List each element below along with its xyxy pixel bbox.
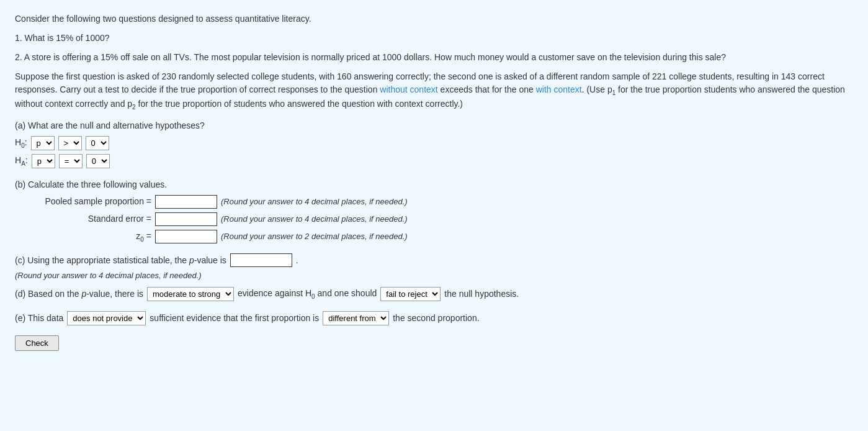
ha-row: HA: p = > < ≠ ≥ ≤ 0 1 (15, 154, 853, 168)
pvalue-label-before: (c) Using the appropriate statistical ta… (15, 254, 226, 267)
direction-select[interactable]: different from greater than less than eq… (323, 311, 389, 325)
pooled-input[interactable] (155, 195, 217, 209)
ha-label: HA: (15, 154, 28, 168)
null-hyp-label: the null hypothesis. (444, 288, 519, 301)
ha-value-select[interactable]: 0 1 (86, 154, 110, 168)
provide-select[interactable]: does not provide provides (67, 311, 146, 325)
question2: 2. A store is offering a 15% off sale on… (15, 51, 853, 64)
part-e-label3: the second proportion. (393, 312, 479, 325)
pvalue-hint: (Round your answer to 4 decimal places, … (15, 270, 853, 282)
part-b-section: (b) Calculate the three following values… (15, 178, 853, 244)
pvalue-row: (c) Using the appropriate statistical ta… (15, 253, 853, 267)
context-paragraph: Suppose the first question is asked of 2… (15, 70, 853, 112)
z0-label: z0 = (15, 230, 151, 244)
z0-hint: (Round your answer to 2 decimal places, … (221, 230, 408, 243)
z0-input[interactable] (155, 230, 217, 243)
part-e-section: (e) This data does not provide provides … (15, 311, 853, 325)
h0-row: H0: p > < = ≠ ≥ ≤ 0 1 (15, 136, 853, 150)
h0-label: H0: (15, 136, 27, 150)
pvalue-period: . (296, 254, 298, 267)
part-c-section: (c) Using the appropriate statistical ta… (15, 253, 853, 282)
ha-var-select[interactable]: p (32, 154, 55, 168)
se-hint: (Round your answer to 4 decimal places, … (221, 213, 408, 225)
check-button[interactable]: Check (15, 335, 59, 351)
evidence-label2: evidence against H0 and one should (238, 287, 377, 301)
part-e-label1: (e) This data (15, 312, 63, 325)
this-data-row: (e) This data does not provide provides … (15, 311, 853, 325)
question1: 1. What is 15% of 1000? (15, 32, 853, 45)
reject-select[interactable]: fail to reject reject (380, 287, 441, 301)
se-label: Standard error = (15, 212, 151, 225)
part-b-label: (b) Calculate the three following values… (15, 178, 853, 191)
part-a-section: (a) What are the null and alternative hy… (15, 119, 853, 168)
pooled-row: Pooled sample proportion = (Round your a… (15, 195, 853, 209)
se-row: Standard error = (Round your answer to 4… (15, 212, 853, 226)
part-d-label: (d) Based on the p-value, there is (15, 288, 143, 301)
ha-operator-select[interactable]: = > < ≠ ≥ ≤ (59, 154, 83, 168)
pooled-hint: (Round your answer to 4 decimal places, … (221, 196, 408, 208)
evidence-row: (d) Based on the p-value, there is moder… (15, 287, 853, 301)
pvalue-input[interactable] (230, 253, 292, 267)
intro-line1: Consider the following two questions des… (15, 12, 853, 25)
se-input[interactable] (155, 212, 217, 226)
intro-section: Consider the following two questions des… (15, 12, 853, 112)
h0-var-select[interactable]: p (31, 136, 55, 150)
h0-value-select[interactable]: 0 1 (86, 136, 109, 150)
part-d-section: (d) Based on the p-value, there is moder… (15, 287, 853, 301)
evidence-select[interactable]: moderate to strong little to no some str… (147, 287, 234, 301)
z0-row: z0 = (Round your answer to 2 decimal pla… (15, 230, 853, 244)
part-a-label: (a) What are the null and alternative hy… (15, 119, 853, 132)
pooled-label: Pooled sample proportion = (15, 195, 151, 208)
h0-operator-select[interactable]: > < = ≠ ≥ ≤ (58, 136, 82, 150)
part-e-label2: sufficient evidence that the first propo… (150, 312, 319, 325)
